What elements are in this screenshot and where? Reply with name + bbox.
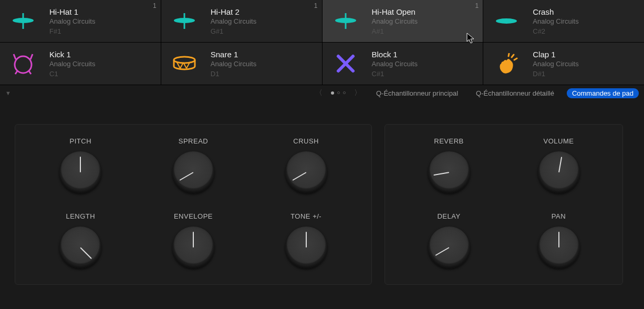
page-dot[interactable] bbox=[331, 91, 334, 95]
pad-grid: Hi-Hat 1 Analog Circuits F#1 1 Hi-Hat 2 … bbox=[0, 0, 644, 85]
pad-name: Clap 1 bbox=[533, 50, 637, 59]
pad-note: D1 bbox=[211, 70, 315, 78]
pad-note: F#1 bbox=[49, 27, 153, 35]
knob-cell: PITCH bbox=[59, 137, 101, 193]
view-tabs: Q-Échantillonneur principalQ-Échantillon… bbox=[371, 88, 639, 98]
knob-label: LENGTH bbox=[66, 212, 95, 220]
pad[interactable]: Hi-Hat 1 Analog Circuits F#1 1 bbox=[0, 0, 161, 42]
pad-engine: Analog Circuits bbox=[533, 60, 637, 68]
next-page-button[interactable]: 〉 bbox=[354, 88, 361, 98]
pad-group-badge: 1 bbox=[153, 2, 157, 9]
pad-group-badge: 1 bbox=[475, 2, 479, 9]
knob[interactable] bbox=[428, 226, 470, 269]
control-panels: PITCH SPREAD CRUSH LENGTH ENVELOPE bbox=[0, 101, 644, 308]
knob-label: SPREAD bbox=[179, 137, 208, 145]
pad[interactable]: Block 1 Analog Circuits C#1 bbox=[323, 43, 483, 85]
view-tab[interactable]: Commandes de pad bbox=[567, 88, 639, 98]
sound-shaping-panel: PITCH SPREAD CRUSH LENGTH ENVELOPE bbox=[15, 124, 372, 285]
pad-name: Snare 1 bbox=[211, 50, 315, 59]
knob-cell: TONE +/- bbox=[285, 212, 327, 269]
knob-grid-right: REVERB VOLUME DELAY PAN bbox=[397, 137, 611, 269]
pad-name: Block 1 bbox=[372, 50, 476, 59]
view-tab[interactable]: Q-Échantillonneur détaillé bbox=[471, 88, 559, 98]
pad[interactable]: Snare 1 Analog Circuits D1 bbox=[161, 43, 322, 85]
pad-name: Hi-Hat 2 bbox=[211, 7, 315, 16]
svg-line-13 bbox=[15, 71, 17, 74]
knob-grid-left: PITCH SPREAD CRUSH LENGTH ENVELOPE bbox=[27, 137, 360, 269]
clap-icon bbox=[491, 48, 522, 79]
pad-name: Kick 1 bbox=[49, 50, 153, 59]
knob[interactable] bbox=[285, 226, 327, 269]
svg-line-23 bbox=[514, 58, 517, 60]
pad[interactable]: Clap 1 Analog Circuits D#1 bbox=[483, 43, 644, 85]
pad-engine: Analog Circuits bbox=[533, 17, 637, 25]
mix-panel: REVERB VOLUME DELAY PAN bbox=[385, 124, 623, 285]
knob-cell: PAN bbox=[538, 212, 580, 269]
page-dot[interactable] bbox=[343, 91, 346, 94]
svg-line-22 bbox=[512, 55, 514, 57]
pad-engine: Analog Circuits bbox=[49, 17, 153, 25]
pad-group-badge: 1 bbox=[314, 2, 318, 9]
knob-cell: SPREAD bbox=[172, 137, 214, 193]
svg-point-10 bbox=[15, 56, 32, 73]
nav-bar: ▼ 〈 〉 Q-Échantillonneur principalQ-Échan… bbox=[0, 85, 644, 101]
svg-point-9 bbox=[496, 18, 517, 24]
page-dot[interactable] bbox=[337, 91, 340, 94]
pad-note: C1 bbox=[49, 70, 153, 78]
prev-page-button[interactable]: 〈 bbox=[315, 88, 323, 98]
knob-cell: DELAY bbox=[428, 212, 470, 269]
pad-note: C#2 bbox=[533, 27, 637, 35]
page-dots[interactable] bbox=[331, 91, 346, 95]
pad-name: Hi-Hat Open bbox=[372, 7, 476, 16]
knob-label: VOLUME bbox=[544, 137, 574, 145]
knob[interactable] bbox=[285, 151, 327, 193]
knob-label: TONE +/- bbox=[290, 212, 321, 220]
knob[interactable] bbox=[59, 226, 101, 269]
pad-name: Crash bbox=[533, 7, 637, 16]
svg-point-15 bbox=[174, 57, 195, 63]
pad-engine: Analog Circuits bbox=[211, 17, 315, 25]
kick-icon bbox=[7, 48, 39, 79]
pad[interactable]: Hi-Hat 2 Analog Circuits G#1 1 bbox=[161, 0, 322, 42]
knob-label: ENVELOPE bbox=[174, 212, 213, 220]
cymbal-icon bbox=[491, 5, 522, 37]
knob-label: PAN bbox=[552, 212, 566, 220]
svg-line-12 bbox=[30, 54, 33, 59]
knob-label: DELAY bbox=[437, 212, 460, 220]
pad-note: D#1 bbox=[533, 70, 637, 78]
knob-cell: ENVELOPE bbox=[172, 212, 214, 269]
hihat-icon bbox=[330, 5, 361, 37]
pad-engine: Analog Circuits bbox=[372, 60, 476, 68]
knob[interactable] bbox=[428, 151, 470, 193]
knob[interactable] bbox=[538, 151, 580, 193]
pad[interactable]: Crash Analog Circuits C#2 bbox=[483, 0, 644, 42]
disclosure-triangle-icon[interactable]: ▼ bbox=[5, 90, 11, 96]
hihat-icon bbox=[169, 5, 200, 37]
pager: 〈 〉 bbox=[315, 88, 361, 98]
knob-cell: REVERB bbox=[428, 137, 470, 193]
knob-label: CRUSH bbox=[293, 137, 319, 145]
snare-icon bbox=[169, 48, 200, 79]
svg-line-11 bbox=[14, 54, 16, 59]
knob-cell: VOLUME bbox=[538, 137, 580, 193]
svg-line-14 bbox=[29, 71, 31, 74]
knob-cell: LENGTH bbox=[59, 212, 101, 269]
svg-line-24 bbox=[508, 54, 509, 56]
pad-note: G#1 bbox=[211, 27, 315, 35]
pad-name: Hi-Hat 1 bbox=[49, 7, 153, 16]
pad[interactable]: Kick 1 Analog Circuits C1 bbox=[0, 43, 161, 85]
hihat-icon bbox=[7, 5, 39, 37]
knob-label: REVERB bbox=[434, 137, 463, 145]
view-tab[interactable]: Q-Échantillonneur principal bbox=[371, 88, 463, 98]
knob[interactable] bbox=[172, 226, 214, 269]
pad-note: A#1 bbox=[372, 27, 476, 35]
pad[interactable]: Hi-Hat Open Analog Circuits A#1 1 bbox=[323, 0, 483, 42]
knob[interactable] bbox=[59, 151, 101, 193]
knob[interactable] bbox=[538, 226, 580, 269]
knob[interactable] bbox=[172, 151, 214, 193]
knob-label: PITCH bbox=[70, 137, 92, 145]
pad-engine: Analog Circuits bbox=[49, 60, 153, 68]
pad-note: C#1 bbox=[372, 70, 476, 78]
sticks-icon bbox=[330, 48, 361, 79]
knob-cell: CRUSH bbox=[285, 137, 327, 193]
